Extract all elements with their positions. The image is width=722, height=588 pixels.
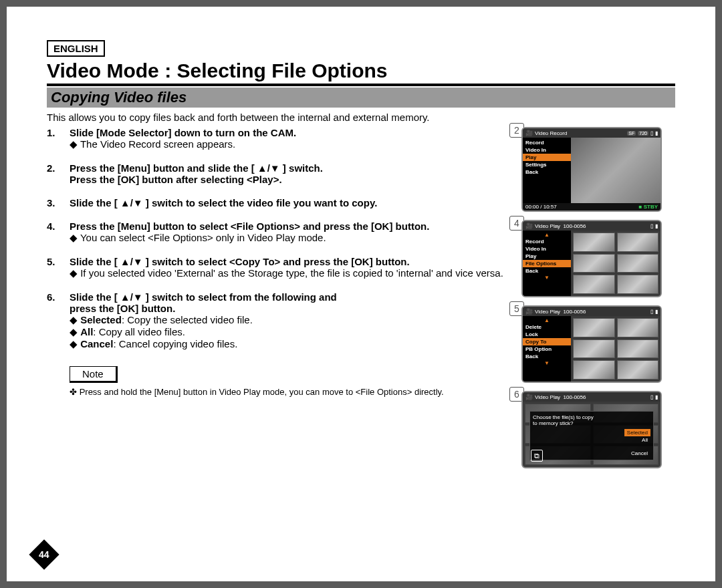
dialog-line2: to memory stick? bbox=[533, 420, 650, 426]
battery-icon: ▮ bbox=[655, 309, 658, 315]
note-text: Press and hold the [Menu] button in Vide… bbox=[47, 387, 513, 397]
screen4-title: Video Play 100-0056 bbox=[535, 223, 648, 229]
battery-icon: ▮ bbox=[655, 223, 658, 229]
thumbnail-grid bbox=[571, 231, 660, 296]
menu-file-options[interactable]: File Options bbox=[523, 260, 571, 267]
video-icon: 🎥 bbox=[525, 308, 533, 315]
dialog-opt-selected[interactable]: Selected bbox=[624, 429, 650, 436]
thumbnail[interactable] bbox=[617, 275, 659, 294]
step-1: 1.Slide [Mode Selector] down to turn on … bbox=[47, 127, 513, 150]
video-icon: 🎥 bbox=[525, 130, 533, 136]
step-6-opt2: ◆ All: Copy all video files. bbox=[47, 326, 513, 338]
menu-pb-option[interactable]: PB Option bbox=[523, 345, 571, 353]
scroll-up-icon[interactable]: ▲ bbox=[523, 317, 571, 323]
battery-icon: ▮ bbox=[655, 130, 658, 136]
step-6-opt3: ◆ Cancel: Cancel copying video files. bbox=[47, 338, 513, 350]
step-3: 3.Slide the [ ▲/▼ ] switch to select the… bbox=[47, 197, 513, 208]
page-number-badge: 44 bbox=[29, 539, 59, 569]
instructions-column: 1.Slide [Mode Selector] down to turn on … bbox=[47, 127, 521, 476]
screenshots-column: 2 🎥 Video Record SF 720 ▯ ▮ Record Video… bbox=[521, 127, 675, 476]
screenshot-2: 2 🎥 Video Record SF 720 ▯ ▮ Record Video… bbox=[521, 127, 675, 212]
screenshot-6: 6 🎥 Video Play 100-0056 ▯ ▮ bbox=[521, 391, 675, 468]
menu-delete[interactable]: Delete bbox=[523, 323, 571, 331]
screenshot-5: 5 🎥 Video Play 100-0056 ▯ ▮ ▲ Delete Loc… bbox=[521, 305, 675, 383]
screen2-menu: Record Video In Play Settings Back bbox=[523, 138, 571, 203]
step-5: 5.Slide the [ ▲/▼ ] switch to select <Co… bbox=[47, 256, 513, 279]
screen4-menu: ▲ Record Video In Play File Options Back… bbox=[523, 231, 571, 296]
timecode: 00:00 / 10:57 bbox=[525, 204, 557, 210]
screen5-title: Video Play 100-0056 bbox=[535, 309, 648, 315]
menu-lock[interactable]: Lock bbox=[523, 331, 571, 338]
note-box: Note bbox=[70, 366, 118, 383]
status-stby: ■ STBY bbox=[639, 204, 658, 210]
video-icon: 🎥 bbox=[525, 223, 533, 229]
copy-icon: ⧉ bbox=[531, 450, 543, 462]
step-4-sub: You can select <File Options> only in Vi… bbox=[47, 232, 513, 244]
menu-video-in[interactable]: Video In bbox=[523, 146, 571, 154]
thumbnail[interactable] bbox=[617, 339, 659, 359]
intro-text: This allows you to copy files back and f… bbox=[47, 108, 675, 127]
menu-video-in[interactable]: Video In bbox=[523, 245, 571, 253]
thumbnail[interactable] bbox=[617, 318, 659, 337]
video-icon: 🎥 bbox=[525, 394, 533, 400]
thumbnail[interactable] bbox=[573, 360, 615, 380]
menu-settings[interactable]: Settings bbox=[523, 161, 571, 168]
menu-copy-to[interactable]: Copy To bbox=[523, 338, 571, 345]
section-subtitle: Copying Video files bbox=[47, 88, 675, 108]
dialog-opt-all[interactable]: All bbox=[533, 436, 650, 444]
step-2: 2.Press the [Menu] button and slide the … bbox=[47, 162, 513, 185]
menu-back[interactable]: Back bbox=[523, 267, 571, 275]
step-6-opt1: ◆ Selected: Copy the selected video file… bbox=[47, 314, 513, 326]
thumbnail[interactable] bbox=[617, 233, 659, 252]
battery-icon: ▮ bbox=[655, 394, 658, 400]
copy-dialog: Choose the file(s) to copy to memory sti… bbox=[529, 411, 654, 460]
screen5-menu: ▲ Delete Lock Copy To PB Option Back ▼ bbox=[523, 316, 571, 382]
scroll-down-icon[interactable]: ▼ bbox=[523, 360, 571, 366]
card-icon: ▯ bbox=[650, 309, 653, 315]
screen2-title: Video Record bbox=[535, 130, 625, 136]
thumbnail[interactable] bbox=[617, 360, 659, 380]
page-title: Video Mode : Selecting File Options bbox=[47, 59, 675, 82]
step-1-sub: The Video Record screen appears. bbox=[47, 138, 513, 150]
menu-back[interactable]: Back bbox=[523, 168, 571, 176]
card-icon: ▯ bbox=[650, 130, 653, 136]
step-4: 4.Press the [Menu] button to select <Fil… bbox=[47, 220, 513, 244]
thumbnail[interactable] bbox=[573, 233, 615, 252]
preview-area bbox=[571, 138, 660, 203]
thumbnail[interactable] bbox=[573, 339, 615, 359]
menu-record[interactable]: Record bbox=[523, 238, 571, 245]
thumbnail[interactable] bbox=[573, 275, 615, 294]
screen6-title: Video Play 100-0056 bbox=[535, 394, 648, 400]
thumbnail[interactable] bbox=[617, 254, 659, 273]
scroll-up-icon[interactable]: ▲ bbox=[523, 232, 571, 238]
dialog-line1: Choose the file(s) to copy bbox=[533, 414, 650, 420]
thumbnail[interactable] bbox=[573, 318, 615, 337]
thumbnail[interactable] bbox=[573, 254, 615, 273]
divider bbox=[47, 84, 675, 86]
menu-record[interactable]: Record bbox=[523, 139, 571, 146]
step-6: 6.Slide the [ ▲/▼ ] switch to select fro… bbox=[47, 291, 513, 350]
card-icon: ▯ bbox=[650, 394, 653, 400]
screenshot-4: 4 🎥 Video Play 100-0056 ▯ ▮ ▲ Record Vid… bbox=[521, 220, 675, 297]
language-label: ENGLISH bbox=[47, 40, 105, 57]
menu-back[interactable]: Back bbox=[523, 353, 571, 360]
manual-page: ENGLISH Video Mode : Selecting File Opti… bbox=[7, 7, 715, 581]
menu-play[interactable]: Play bbox=[523, 253, 571, 260]
menu-play[interactable]: Play bbox=[523, 154, 571, 161]
dialog-opt-cancel[interactable]: Cancel bbox=[533, 450, 650, 457]
scroll-down-icon[interactable]: ▼ bbox=[523, 275, 571, 281]
card-icon: ▯ bbox=[650, 223, 653, 229]
step-5-sub: If you selected video 'External' as the … bbox=[47, 267, 513, 279]
thumbnail-grid bbox=[571, 316, 660, 382]
